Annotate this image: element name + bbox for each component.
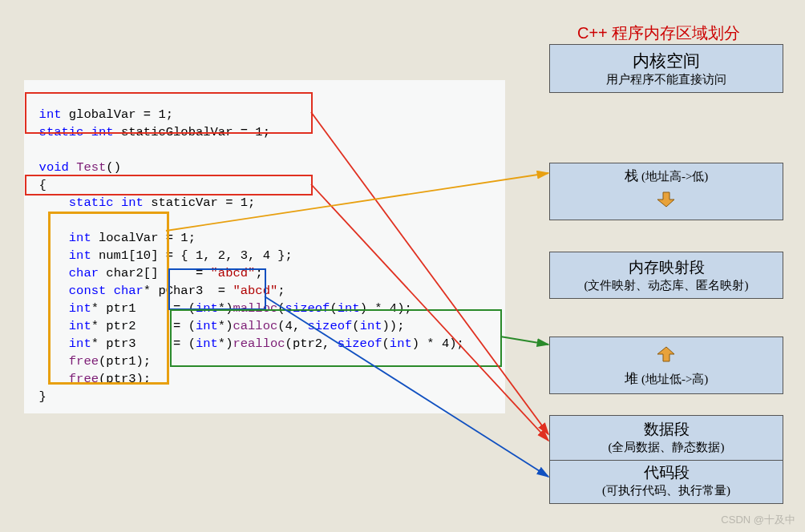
down-arrow-icon [654, 191, 678, 208]
watermark: CSDN @十及中 [721, 513, 795, 527]
heap-box: 堆 (地址低->高) [549, 337, 783, 394]
diagram-title: C++ 程序内存区域划分 [577, 22, 740, 44]
annotation-green-heap [170, 309, 502, 367]
data-code-box: 数据段 (全局数据、静态数据) 代码段 (可执行代码、执行常量) [549, 415, 783, 504]
stack-box: 栈 (地址高->低) [549, 163, 783, 220]
annotation-orange-locals [48, 212, 169, 385]
up-arrow-icon [654, 345, 678, 363]
annotation-red-globals [25, 92, 313, 134]
svg-line-3 [500, 337, 548, 345]
annotation-blue-literals [168, 268, 266, 310]
kernel-space-box: 内核空间 用户程序不能直接访问 [549, 44, 783, 93]
mmap-box: 内存映射段 (文件映射、动态库、匿名映射) [549, 252, 783, 299]
annotation-red-staticvar [25, 175, 313, 195]
